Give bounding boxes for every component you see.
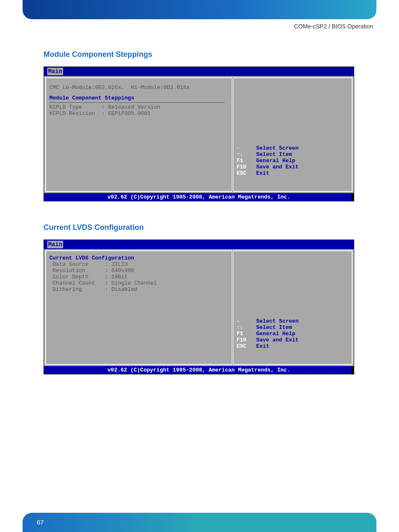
page-footer: 67	[23, 513, 376, 532]
nav-label: Save and Exit	[256, 337, 299, 343]
bios-menubar: Main	[44, 240, 354, 249]
bios-left-panel: CMC Lo-Module:0D2.026x, Hi-Module:0D2.01…	[45, 77, 232, 192]
bios-row: Channel Count : Single Channel	[49, 280, 228, 287]
nav-label: Select Item	[256, 151, 292, 158]
nav-label: General Help	[256, 331, 296, 337]
nav-row: F1 General Help	[237, 158, 299, 164]
bios-row: Dithering : Disabled	[49, 287, 228, 293]
nav-row: ← Select Screen	[237, 145, 299, 152]
bios-screen-steppings: Main CMC Lo-Module:0D2.026x, Hi-Module:0…	[43, 66, 354, 201]
bios-row: KCPLD Type : Released Version	[49, 104, 228, 111]
nav-key: F1	[237, 331, 243, 337]
nav-label: Select Item	[256, 324, 292, 331]
bios-row: Resolution : 640x480	[49, 268, 228, 274]
bios-subheading: Current LVDS Configuration	[49, 255, 228, 262]
bios-right-panel: ← Select Screen ↑↓ Select Item F1 Genera…	[233, 250, 353, 365]
nav-row: ← Select Screen	[237, 318, 299, 325]
top-banner	[23, 0, 376, 19]
bios-screen-lvds: Main Current LVDS Configuration Data Sou…	[43, 239, 354, 374]
row-label: Dithering	[53, 286, 82, 293]
row-label: Color Depth	[53, 274, 89, 280]
section-title-steppings: Module Component Steppings	[43, 50, 356, 59]
nav-label: Exit	[256, 170, 269, 176]
row-label: KCPLD Revision	[49, 110, 95, 117]
page-content: Module Component Steppings Main CMC Lo-M…	[43, 50, 356, 396]
nav-label: Select Screen	[256, 145, 299, 151]
bios-footer: v02.62 (C)Copyright 1985-2008, American …	[44, 193, 354, 201]
nav-row: F10 Save and Exit	[237, 164, 299, 171]
row-label: Resolution	[53, 267, 85, 274]
nav-key: F10	[237, 164, 246, 170]
row-value: Single Channel	[111, 280, 157, 286]
nav-key: ←	[237, 145, 240, 151]
bios-body: Current LVDS Configuration Data Source :…	[44, 249, 354, 366]
nav-key: ↑↓	[237, 324, 243, 331]
nav-key: ↑↓	[237, 151, 243, 158]
row-label: KCPLD Type	[49, 104, 82, 110]
bios-nav-help: ← Select Screen ↑↓ Select Item F1 Genera…	[237, 145, 299, 177]
row-value: Released Version	[108, 104, 160, 110]
nav-row: ↑↓ Select Item	[237, 325, 299, 331]
row-value: 18Bit	[111, 274, 128, 280]
breadcrumb: COMe-cSP2 / BIOS Operation	[294, 23, 373, 30]
nav-label: Select Screen	[256, 318, 299, 324]
nav-key: F1	[237, 158, 243, 164]
nav-row: ESC Exit	[237, 344, 299, 350]
bios-row: KCPLD Revision : EEP1P305.0001	[49, 111, 228, 117]
nav-label: General Help	[256, 158, 296, 164]
nav-row: F10 Save and Exit	[237, 337, 299, 344]
bios-body: CMC Lo-Module:0D2.026x, Hi-Module:0D2.01…	[44, 76, 354, 193]
bios-footer: v02.62 (C)Copyright 1985-2008, American …	[44, 366, 354, 374]
nav-key: ESC	[237, 170, 246, 176]
row-label: Channel Count	[53, 280, 95, 286]
edge-mark	[351, 367, 354, 374]
nav-key: ←	[237, 318, 240, 324]
nav-row: ↑↓ Select Item	[237, 152, 299, 158]
bios-tab-main[interactable]: Main	[47, 68, 63, 75]
nav-row: F1 General Help	[237, 331, 299, 337]
bios-tab-main[interactable]: Main	[47, 241, 63, 248]
nav-key: F10	[237, 337, 246, 343]
row-value: JILI3	[111, 261, 128, 267]
bios-row: Data Source : JILI3	[49, 262, 228, 268]
bios-subheading: Module Component Steppings	[49, 95, 228, 102]
nav-key: ESC	[237, 343, 246, 349]
nav-label: Exit	[256, 343, 269, 349]
section-title-lvds: Current LVDS Configuration	[43, 223, 356, 232]
page-number: 67	[37, 519, 44, 526]
bios-left-panel: Current LVDS Configuration Data Source :…	[45, 250, 232, 365]
row-label: Data Source	[53, 261, 89, 267]
divider	[49, 102, 225, 103]
edge-mark	[351, 193, 354, 201]
row-value: EEP1P305.0001	[108, 110, 150, 117]
bios-right-panel: ← Select Screen ↑↓ Select Item F1 Genera…	[233, 77, 353, 192]
bios-row: Color Depth : 18Bit	[49, 274, 228, 280]
nav-label: Save and Exit	[256, 164, 299, 170]
bios-menubar: Main	[44, 67, 354, 76]
cmc-module-line: CMC Lo-Module:0D2.026x, Hi-Module:0D2.01…	[49, 85, 228, 91]
row-value: Disabled	[111, 286, 137, 293]
nav-row: ESC Exit	[237, 171, 299, 177]
row-value: 640x480	[111, 267, 134, 274]
bios-nav-help: ← Select Screen ↑↓ Select Item F1 Genera…	[237, 318, 299, 350]
